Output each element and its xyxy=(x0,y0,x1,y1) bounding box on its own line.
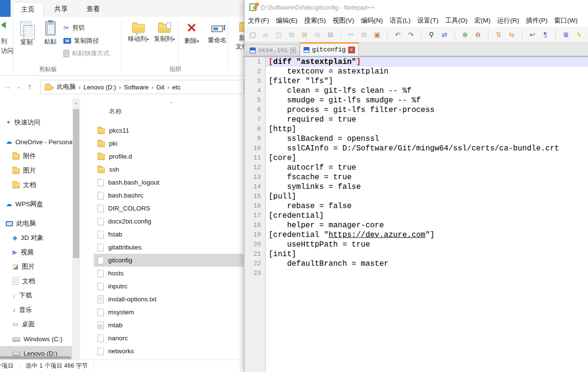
editor-area[interactable]: 1234567891011121314151617181920212223 [d… xyxy=(245,57,588,372)
replace-icon[interactable]: ⇄ xyxy=(440,30,449,39)
menu-item[interactable]: 运行(R) xyxy=(494,14,523,27)
sidebar-item[interactable]: ☁OneDrive - Personal xyxy=(0,135,72,149)
undo-icon[interactable]: ↶ xyxy=(393,30,402,39)
file-row[interactable]: DIR_COLORS xyxy=(94,202,244,215)
menu-item[interactable]: 搜索(S) xyxy=(301,14,329,27)
file-row[interactable]: inputrc xyxy=(94,280,244,293)
code-line[interactable]: [filter "lfs"] xyxy=(266,76,588,86)
copy-path-button[interactable]: W 复制路径 xyxy=(63,37,99,45)
paste-icon[interactable]: ▣ xyxy=(373,30,381,39)
code-line[interactable]: symlinks = false xyxy=(266,182,588,192)
sync-vertical-icon[interactable]: ⇅ xyxy=(494,30,503,39)
tab-share[interactable]: 共享 xyxy=(46,2,76,17)
sidebar-horizontal-scrollbar[interactable] xyxy=(0,356,72,360)
sidebar-scrollbar[interactable] xyxy=(72,99,80,360)
move-to-button[interactable]: ← 移动到 xyxy=(126,21,151,43)
file-row[interactable]: msystem xyxy=(94,306,244,319)
file-row[interactable]: pkcs11 xyxy=(94,124,244,137)
copy-to-button[interactable]: 复制到 xyxy=(152,21,177,43)
forward-arrow-icon[interactable]: → xyxy=(4,82,11,90)
redo-icon[interactable]: ↷ xyxy=(406,30,415,39)
cut-icon[interactable]: ✂ xyxy=(347,30,355,39)
sidebar-item[interactable]: ◆3D 对象 xyxy=(0,231,72,245)
copy-button[interactable]: 复制 xyxy=(14,22,38,47)
menu-item[interactable]: 语言(L) xyxy=(386,14,414,27)
code-line[interactable]: [diff "astextplain"] xyxy=(266,57,588,67)
sidebar-item[interactable]: ▭桌面 xyxy=(0,317,72,332)
save-icon[interactable]: ◫ xyxy=(274,30,283,39)
sidebar-item[interactable]: ✦快速访问 xyxy=(0,115,72,130)
file-row[interactable]: bash.bash_logout xyxy=(94,176,244,189)
code-line[interactable]: [pull] xyxy=(266,192,588,201)
code-line[interactable]: fscache = true xyxy=(266,173,588,182)
code-line[interactable]: defaultBranch = master xyxy=(266,259,588,269)
file-row[interactable]: fstab xyxy=(94,228,244,241)
breadcrumb-item[interactable]: Software xyxy=(121,84,151,91)
document-tab[interactable]: skse.ini xyxy=(246,44,300,56)
menu-item[interactable]: 视图(V) xyxy=(329,14,357,27)
rename-button[interactable]: 重命名 xyxy=(204,21,231,45)
sidebar-item[interactable]: 文档 xyxy=(0,274,72,288)
sidebar-item[interactable]: ↓下载 xyxy=(0,288,72,303)
sidebar-item[interactable]: ▶视频 xyxy=(0,245,72,260)
file-row[interactable]: gitconfig xyxy=(94,254,244,267)
sidebar-item[interactable]: 图片 xyxy=(0,163,72,178)
sidebar-item[interactable]: Windows (C:) xyxy=(0,332,72,346)
code-line[interactable]: useHttpPath = true xyxy=(266,240,588,249)
copy-icon[interactable]: ⧉ xyxy=(360,30,368,39)
menu-item[interactable]: 文件(F) xyxy=(245,14,272,27)
menu-item[interactable]: 编辑(E) xyxy=(272,14,301,27)
file-row[interactable]: ssh xyxy=(94,163,244,176)
cut-button[interactable]: ✂ 剪切 xyxy=(63,24,85,32)
show-all-chars-icon[interactable]: ¶ xyxy=(541,30,550,39)
sync-horizontal-icon[interactable]: ⇆ xyxy=(507,30,516,39)
history-chevron-icon[interactable]: ⌄ xyxy=(16,84,21,90)
menu-item[interactable]: 工具(O) xyxy=(442,14,471,27)
file-row[interactable]: pki xyxy=(94,137,244,150)
file-row[interactable]: mtab xyxy=(94,319,244,332)
tab-view[interactable]: 查看 xyxy=(78,2,109,17)
sidebar-item[interactable]: 文档 xyxy=(0,178,72,192)
file-row[interactable]: install-options.txt xyxy=(94,293,244,306)
code-line[interactable]: autocrlf = true xyxy=(266,163,588,173)
sidebar-item[interactable]: ♪音乐 xyxy=(0,303,72,317)
file-row[interactable]: profile.d xyxy=(94,150,244,163)
sidebar-scrollbar-thumb[interactable] xyxy=(73,109,79,258)
document-tab[interactable]: gitconfig xyxy=(300,42,358,56)
file-row[interactable]: hosts xyxy=(94,267,244,280)
code-line[interactable]: process = git-lfs filter-process xyxy=(266,105,588,115)
code-line[interactable]: clean = git-lfs clean -- %f xyxy=(266,86,588,96)
code-line[interactable] xyxy=(266,269,588,278)
close-all-icon[interactable]: ⧉ xyxy=(313,30,322,39)
breadcrumb[interactable]: 此电脑Lenovo (D:)SoftwareGitetc xyxy=(40,80,244,94)
find-icon[interactable]: ⚲ xyxy=(427,30,436,39)
tab-home[interactable]: 主页 xyxy=(12,2,44,17)
sidebar-item[interactable]: 此电脑 xyxy=(0,216,72,231)
new-file-icon[interactable]: ▢ xyxy=(248,30,257,39)
code-text-area[interactable]: [diff "astextplain"] textconv = astextpl… xyxy=(266,57,588,372)
delete-button[interactable]: ✕ 删除 xyxy=(181,21,203,45)
code-line[interactable]: [http] xyxy=(266,124,588,134)
print-icon[interactable]: ⊟ xyxy=(326,30,335,39)
open-file-icon[interactable]: ▱ xyxy=(261,30,270,39)
code-line[interactable]: sslCAInfo = D:/Software/Git/mingw64/ssl/… xyxy=(266,144,588,153)
pin-to-quick-access-icon[interactable] xyxy=(1,22,6,28)
breadcrumb-item[interactable]: Git xyxy=(154,84,168,91)
code-line[interactable]: [core] xyxy=(266,153,588,163)
up-arrow-icon[interactable]: ↑ xyxy=(28,82,32,90)
zoom-in-icon[interactable]: ⊕ xyxy=(461,30,469,39)
code-line[interactable]: required = true xyxy=(266,115,588,124)
code-line[interactable]: textconv = astextplain xyxy=(266,67,588,76)
file-row[interactable]: bash.bashrc xyxy=(94,189,244,202)
file-row[interactable]: nanorc xyxy=(94,332,244,345)
file-row[interactable]: docx2txt.config xyxy=(94,215,244,228)
paste-button[interactable]: 粘贴 xyxy=(39,21,61,46)
menu-item[interactable]: 窗口(W) xyxy=(551,14,581,27)
tab-close-icon[interactable] xyxy=(348,47,355,53)
breadcrumb-item[interactable]: etc xyxy=(170,84,184,91)
menu-item[interactable]: 宏(M) xyxy=(471,14,494,27)
close-icon[interactable]: ⊠ xyxy=(300,30,309,39)
word-wrap-icon[interactable]: ↩ xyxy=(528,30,537,39)
function-list-icon[interactable]: ≣ xyxy=(562,30,570,39)
breadcrumb-item[interactable]: Lenovo (D:) xyxy=(81,84,119,91)
